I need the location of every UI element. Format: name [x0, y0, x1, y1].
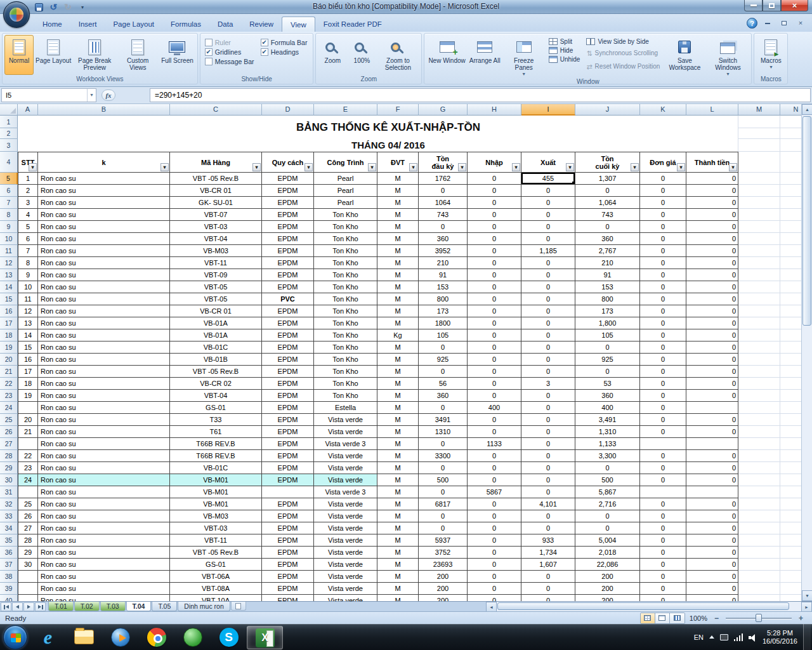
cell-C30[interactable]: VB-M01: [170, 474, 262, 486]
row-header-4[interactable]: 4: [0, 152, 18, 173]
ribbon-tab-formulas[interactable]: Formulas: [162, 17, 209, 32]
header-cell-K4[interactable]: Đơn giá▾: [640, 152, 686, 173]
cell-B30[interactable]: Ron cao su: [38, 474, 170, 486]
cell-J9[interactable]: 0: [575, 221, 640, 233]
ribbon-tab-review[interactable]: Review: [241, 17, 282, 32]
cell-E7[interactable]: Pearl: [314, 197, 377, 209]
cell-C27[interactable]: T66B REV.B: [170, 438, 262, 450]
cell-J18[interactable]: 105: [575, 329, 640, 342]
cell-B37[interactable]: Ron cao su: [38, 559, 170, 571]
page-break-view-button[interactable]: [670, 613, 684, 623]
cell-K27[interactable]: [640, 438, 686, 450]
cell-E38[interactable]: Vista verde: [314, 571, 377, 583]
cell-J12[interactable]: 210: [575, 257, 640, 269]
row-header-12[interactable]: 12: [0, 257, 18, 269]
cell-E26[interactable]: Vista verde: [314, 426, 377, 438]
cell-M20[interactable]: [738, 354, 780, 366]
cell-A9[interactable]: 5: [18, 221, 38, 233]
cell-K33[interactable]: 0: [640, 510, 686, 522]
header-cell-J4[interactable]: Tồn cuối kỳ▾: [575, 152, 640, 173]
cell-G23[interactable]: 360: [419, 390, 468, 402]
cell-A28[interactable]: 22: [18, 450, 38, 462]
column-header-E[interactable]: E: [314, 104, 377, 116]
cell-G33[interactable]: 0: [419, 510, 468, 522]
cell-D28[interactable]: EPDM: [262, 450, 314, 462]
sheet-tab-t-03[interactable]: T.03: [100, 602, 126, 611]
row-header-7[interactable]: 7: [0, 197, 18, 209]
help-button[interactable]: ?: [747, 18, 757, 29]
cell-A33[interactable]: 26: [18, 510, 38, 522]
cell-M10[interactable]: [738, 233, 780, 245]
cell-I26[interactable]: 0: [521, 426, 575, 438]
cell-C36[interactable]: VBT -05 Rev.B: [170, 547, 262, 559]
row-header-31[interactable]: 31: [0, 486, 18, 498]
cell-K9[interactable]: 0: [640, 221, 686, 233]
cell-C39[interactable]: VBT-08A: [170, 583, 262, 595]
cell-D30[interactable]: EPDM: [262, 474, 314, 486]
button-page-layout[interactable]: Page Layout: [34, 35, 73, 75]
cell-J6[interactable]: 0: [575, 185, 640, 197]
row-header-32[interactable]: 32: [0, 498, 18, 510]
cell-M23[interactable]: [738, 390, 780, 402]
cell-J30[interactable]: 500: [575, 474, 640, 486]
scroll-up-button[interactable]: ▲: [802, 104, 812, 115]
cell-G39[interactable]: 200: [419, 583, 468, 595]
cell-H11[interactable]: 0: [468, 245, 521, 257]
cell-C14[interactable]: VBT-05: [170, 281, 262, 293]
cell-L27[interactable]: [686, 438, 738, 450]
cell-L12[interactable]: 0: [686, 257, 738, 269]
cell-I8[interactable]: 0: [521, 209, 575, 221]
cell-B6[interactable]: Ron cao su: [38, 185, 170, 197]
cell-I35[interactable]: 933: [521, 534, 575, 547]
cell-G5[interactable]: 1762: [419, 173, 468, 185]
cell-L9[interactable]: 0: [686, 221, 738, 233]
cell-B5[interactable]: Ron cao su: [38, 173, 170, 185]
cell-F21[interactable]: M: [377, 366, 419, 378]
cell-B10[interactable]: Ron cao su: [38, 233, 170, 245]
cell-C32[interactable]: VB-M01: [170, 498, 262, 510]
cell-D14[interactable]: EPDM: [262, 281, 314, 293]
cell-D15[interactable]: PVC: [262, 293, 314, 305]
cell-I34[interactable]: 0: [521, 522, 575, 534]
cell-B16[interactable]: Ron cao su: [38, 305, 170, 317]
cell-E34[interactable]: Vista verde: [314, 522, 377, 534]
cell-E40[interactable]: Vista verde: [314, 595, 377, 601]
cell-A37[interactable]: 30: [18, 559, 38, 571]
cell-B9[interactable]: Ron cao su: [38, 221, 170, 233]
column-header-K[interactable]: K: [640, 104, 686, 116]
cell-G26[interactable]: 1310: [419, 426, 468, 438]
cell-B31[interactable]: Ron cao su: [38, 486, 170, 498]
cell-F16[interactable]: M: [377, 305, 419, 317]
filter-button-L[interactable]: ▾: [729, 163, 737, 171]
filter-button-F[interactable]: ▾: [409, 163, 417, 171]
cell-A11[interactable]: 7: [18, 245, 38, 257]
cell-L23[interactable]: 0: [686, 390, 738, 402]
cell-B34[interactable]: Ron cao su: [38, 522, 170, 534]
cell-J17[interactable]: 1,800: [575, 317, 640, 329]
filter-button-E[interactable]: ▾: [368, 163, 376, 171]
cell-G22[interactable]: 56: [419, 378, 468, 390]
cell-J38[interactable]: 200: [575, 571, 640, 583]
cell-D31[interactable]: [262, 486, 314, 498]
sheet-tab-t-02[interactable]: T.02: [74, 602, 100, 611]
cell-L37[interactable]: 0: [686, 559, 738, 571]
cell-H33[interactable]: 0: [468, 510, 521, 522]
cell-C35[interactable]: VBT-11: [170, 534, 262, 547]
cell-I6[interactable]: 0: [521, 185, 575, 197]
cell-G18[interactable]: 105: [419, 329, 468, 342]
cell-K20[interactable]: 0: [640, 354, 686, 366]
cell-G13[interactable]: 91: [419, 269, 468, 281]
ribbon-tab-foxit-reader-pdf[interactable]: Foxit Reader PDF: [315, 17, 390, 32]
cell-H39[interactable]: 0: [468, 583, 521, 595]
cell-D36[interactable]: EPDM: [262, 547, 314, 559]
cell-K35[interactable]: 0: [640, 534, 686, 547]
cell-F14[interactable]: M: [377, 281, 419, 293]
button-new-window[interactable]: New Window: [426, 35, 467, 77]
cell-M1[interactable]: [738, 116, 780, 128]
cell-F37[interactable]: M: [377, 559, 419, 571]
cell-L5[interactable]: 0: [686, 173, 738, 185]
cell-G24[interactable]: 0: [419, 402, 468, 414]
cell-G17[interactable]: 1800: [419, 317, 468, 329]
cell-I23[interactable]: 0: [521, 390, 575, 402]
cell-A35[interactable]: 28: [18, 534, 38, 547]
